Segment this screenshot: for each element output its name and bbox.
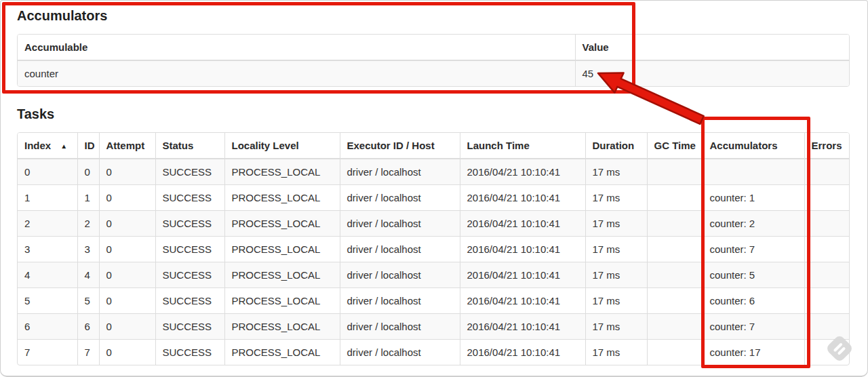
task-row-cell-accumulators: counter: 5: [703, 262, 804, 287]
task-row-cell-accumulators: counter: 2: [703, 210, 804, 236]
task-row-cell-gc-time: [647, 287, 703, 313]
task-row-cell-gc-time: [647, 313, 703, 339]
page-content: Accumulators Accumulable Value counter45…: [17, 0, 850, 365]
task-row-cell-errors: [804, 313, 850, 339]
task-row-cell-index: 7: [18, 339, 77, 365]
task-row-cell-duration: 17 ms: [585, 313, 647, 339]
tasks-col-attempt[interactable]: Attempt: [99, 133, 155, 159]
task-row-cell-accumulators: counter: 6: [703, 287, 804, 313]
task-row-cell-attempt: 0: [99, 313, 155, 339]
task-row-cell-errors: [804, 287, 850, 313]
task-row-cell-duration: 17 ms: [585, 236, 647, 262]
task-row-cell-executor-id-host: driver / localhost: [340, 236, 460, 262]
task-row-cell-index: 3: [18, 236, 77, 262]
task-row-cell-executor-id-host: driver / localhost: [340, 287, 460, 313]
task-row-cell-status: SUCCESS: [155, 339, 224, 365]
accumulable-row-cell-value: 45: [575, 60, 850, 86]
task-row-cell-gc-time: [647, 210, 703, 236]
task-row-cell-status: SUCCESS: [155, 236, 224, 262]
task-row: 440SUCCESSPROCESS_LOCALdriver / localhos…: [18, 262, 850, 287]
task-row-cell-id: 7: [77, 339, 99, 365]
task-row: 330SUCCESSPROCESS_LOCALdriver / localhos…: [18, 236, 850, 262]
task-row: 550SUCCESSPROCESS_LOCALdriver / localhos…: [18, 287, 850, 313]
task-row-cell-errors: [804, 339, 850, 365]
task-row-cell-duration: 17 ms: [585, 210, 647, 236]
task-row-cell-locality-level: PROCESS_LOCAL: [224, 339, 340, 365]
task-row: 110SUCCESSPROCESS_LOCALdriver / localhos…: [18, 184, 850, 210]
sort-ascending-icon: ▲: [60, 142, 67, 150]
task-row-cell-attempt: 0: [99, 236, 155, 262]
task-row-cell-duration: 17 ms: [585, 287, 647, 313]
tasks-col-accumulators[interactable]: Accumulators: [703, 133, 804, 159]
task-row-cell-launch-time: 2016/04/21 10:10:41: [460, 287, 585, 313]
tasks-col-duration[interactable]: Duration: [585, 133, 647, 159]
task-row-cell-errors: [804, 159, 850, 184]
tasks-col-gc-time[interactable]: GC Time: [647, 133, 703, 159]
task-row-cell-accumulators: counter: 7: [703, 313, 804, 339]
task-row-cell-duration: 17 ms: [585, 184, 647, 210]
accumulable-row: counter45: [18, 60, 850, 86]
accumulators-col-accumulable: Accumulable: [18, 35, 575, 60]
task-row-cell-launch-time: 2016/04/21 10:10:41: [460, 313, 585, 339]
task-row-cell-launch-time: 2016/04/21 10:10:41: [460, 210, 585, 236]
task-row-cell-duration: 17 ms: [585, 159, 647, 184]
task-row-cell-status: SUCCESS: [155, 287, 224, 313]
task-row-cell-index: 1: [18, 184, 77, 210]
task-row-cell-gc-time: [647, 184, 703, 210]
task-row-cell-id: 2: [77, 210, 99, 236]
task-row-cell-index: 5: [18, 287, 77, 313]
task-row-cell-id: 5: [77, 287, 99, 313]
task-row-cell-locality-level: PROCESS_LOCAL: [224, 236, 340, 262]
task-row-cell-executor-id-host: driver / localhost: [340, 339, 460, 365]
task-row-cell-launch-time: 2016/04/21 10:10:41: [460, 236, 585, 262]
tasks-col-locality-level[interactable]: Locality Level: [224, 133, 340, 159]
task-row-cell-locality-level: PROCESS_LOCAL: [224, 210, 340, 236]
task-row: 770SUCCESSPROCESS_LOCALdriver / localhos…: [18, 339, 850, 365]
tasks-section-title: Tasks: [17, 106, 850, 122]
accumulators-header-row: Accumulable Value: [18, 35, 850, 60]
task-row-cell-launch-time: 2016/04/21 10:10:41: [460, 159, 585, 184]
task-row-cell-executor-id-host: driver / localhost: [340, 210, 460, 236]
task-row-cell-index: 6: [18, 313, 77, 339]
task-row-cell-errors: [804, 184, 850, 210]
tasks-table: Index▲ ID Attempt Status Locality Level …: [17, 132, 850, 365]
tasks-col-executor-id-host[interactable]: Executor ID / Host: [340, 133, 460, 159]
task-row-cell-locality-level: PROCESS_LOCAL: [224, 262, 340, 287]
task-row-cell-attempt: 0: [99, 262, 155, 287]
task-row-cell-status: SUCCESS: [155, 210, 224, 236]
task-row-cell-attempt: 0: [99, 210, 155, 236]
tasks-header-row: Index▲ ID Attempt Status Locality Level …: [18, 133, 850, 159]
task-row-cell-id: 6: [77, 313, 99, 339]
accumulators-table-body: counter45: [18, 60, 850, 86]
task-row-cell-executor-id-host: driver / localhost: [340, 184, 460, 210]
task-row-cell-locality-level: PROCESS_LOCAL: [224, 184, 340, 210]
task-row-cell-status: SUCCESS: [155, 159, 224, 184]
accumulators-table: Accumulable Value counter45: [17, 34, 850, 87]
task-row-cell-duration: 17 ms: [585, 339, 647, 365]
task-row-cell-gc-time: [647, 262, 703, 287]
task-row-cell-launch-time: 2016/04/21 10:10:41: [460, 184, 585, 210]
task-row-cell-id: 1: [77, 184, 99, 210]
task-row-cell-launch-time: 2016/04/21 10:10:41: [460, 339, 585, 365]
task-row-cell-errors: [804, 236, 850, 262]
tasks-col-id[interactable]: ID: [77, 133, 99, 159]
task-row-cell-executor-id-host: driver / localhost: [340, 313, 460, 339]
task-row-cell-attempt: 0: [99, 339, 155, 365]
tasks-col-index-label: Index: [24, 140, 51, 151]
task-row-cell-accumulators: counter: 7: [703, 236, 804, 262]
task-row: 000SUCCESSPROCESS_LOCALdriver / localhos…: [18, 159, 850, 184]
tasks-col-status[interactable]: Status: [155, 133, 224, 159]
tasks-col-errors[interactable]: Errors: [804, 133, 850, 159]
task-row-cell-launch-time: 2016/04/21 10:10:41: [460, 262, 585, 287]
task-row-cell-attempt: 0: [99, 287, 155, 313]
task-row-cell-accumulators: counter: 1: [703, 184, 804, 210]
task-row-cell-index: 0: [18, 159, 77, 184]
task-row-cell-index: 4: [18, 262, 77, 287]
task-row-cell-status: SUCCESS: [155, 184, 224, 210]
task-row-cell-status: SUCCESS: [155, 313, 224, 339]
task-row-cell-id: 4: [77, 262, 99, 287]
task-row-cell-executor-id-host: driver / localhost: [340, 159, 460, 184]
tasks-col-launch-time[interactable]: Launch Time: [460, 133, 585, 159]
task-row-cell-attempt: 0: [99, 159, 155, 184]
tasks-col-index[interactable]: Index▲: [18, 133, 77, 159]
